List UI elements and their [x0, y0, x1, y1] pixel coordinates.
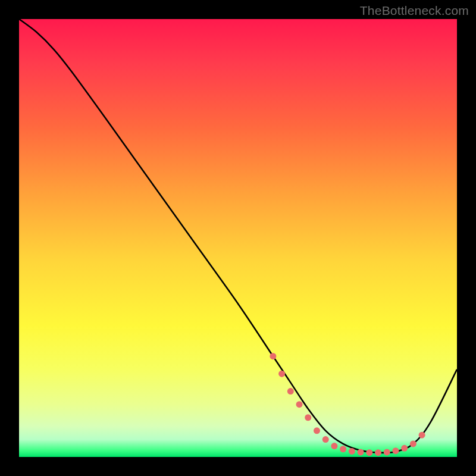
marker-dot — [384, 449, 390, 455]
marker-dot — [287, 388, 294, 394]
marker-dot — [331, 443, 337, 449]
plot-area — [19, 19, 457, 457]
marker-dot — [340, 446, 346, 452]
marker-dot — [375, 449, 381, 456]
marker-dot — [314, 427, 320, 434]
marker-dot — [278, 371, 285, 377]
marker-dot — [358, 449, 364, 455]
watermark-text: TheBottleneck.com — [360, 4, 469, 18]
marker-dot — [419, 432, 425, 439]
marker-dots-group — [270, 353, 425, 456]
marker-dot — [270, 353, 276, 359]
marker-dot — [410, 440, 416, 447]
marker-dot — [349, 448, 355, 455]
bottleneck-curve-path — [19, 19, 457, 453]
chart-frame: TheBottleneck.com — [0, 0, 476, 476]
marker-dot — [401, 445, 408, 452]
curve-svg — [19, 19, 457, 457]
marker-dot — [366, 449, 372, 456]
marker-dot — [392, 447, 399, 454]
marker-dot — [305, 414, 311, 421]
marker-dot — [296, 401, 303, 408]
marker-dot — [322, 436, 329, 443]
